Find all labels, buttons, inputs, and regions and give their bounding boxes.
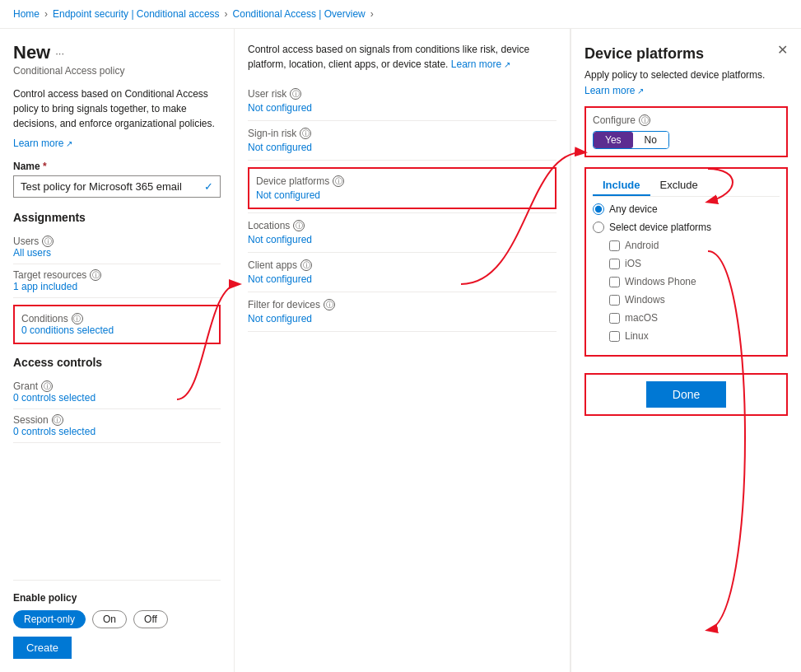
panel-title: Device platforms xyxy=(584,45,704,63)
android-option: Android xyxy=(609,240,780,251)
on-btn[interactable]: On xyxy=(92,610,127,628)
panel-learn-more-link[interactable]: Learn more xyxy=(584,85,644,96)
assignments-title: Assignments xyxy=(13,211,221,224)
done-section: Done xyxy=(584,373,788,416)
device-platforms-box: Device platforms ⓘ Not configured xyxy=(248,167,557,209)
access-controls-title: Access controls xyxy=(13,356,221,369)
windows-checkbox[interactable] xyxy=(609,295,620,306)
any-device-option: Any device xyxy=(593,203,780,215)
enable-policy-section: Enable policy Report-only On Off Create xyxy=(13,580,221,659)
filter-devices-value[interactable]: Not configured xyxy=(248,313,557,324)
name-input[interactable]: Test policy for Microsoft 365 email ✓ xyxy=(13,175,221,198)
left-learn-more-link[interactable]: Learn more xyxy=(13,138,221,149)
locations-info-icon[interactable]: ⓘ xyxy=(293,220,305,231)
windows-option: Windows xyxy=(609,294,780,306)
conditions-value[interactable]: 0 conditions selected xyxy=(21,324,212,336)
sign-in-risk-info-icon[interactable]: ⓘ xyxy=(300,128,311,139)
configure-label: Configure ⓘ xyxy=(593,114,780,126)
middle-description: Control access based on signals from con… xyxy=(248,42,557,72)
conditions-box: Conditions ⓘ 0 conditions selected xyxy=(13,305,221,344)
exclude-tab[interactable]: Exclude xyxy=(650,175,708,196)
locations-value[interactable]: Not configured xyxy=(248,234,557,245)
breadcrumb-home[interactable]: Home xyxy=(13,8,40,20)
select-platforms-radio[interactable] xyxy=(593,222,604,233)
ios-option: iOS xyxy=(609,258,780,269)
device-platforms-panel: Device platforms ✕ Apply policy to selec… xyxy=(570,29,801,672)
user-risk-value[interactable]: Not configured xyxy=(248,102,557,114)
off-btn[interactable]: Off xyxy=(133,610,168,628)
grant-info-icon[interactable]: ⓘ xyxy=(41,380,53,392)
middle-panel: Control access based on signals from con… xyxy=(235,29,570,672)
target-info-icon[interactable]: ⓘ xyxy=(90,269,101,281)
include-exclude-section: Include Exclude Any device Select device… xyxy=(584,167,788,357)
create-button[interactable]: Create xyxy=(13,637,72,659)
device-platforms-row: Device platforms ⓘ Not configured xyxy=(248,161,557,213)
target-resources-item: Target resources ⓘ 1 app included xyxy=(13,264,221,298)
sign-in-risk-row: Sign-in risk ⓘ Not configured xyxy=(248,121,557,161)
any-device-radio[interactable] xyxy=(593,203,604,215)
select-platforms-option: Select device platforms xyxy=(593,222,780,233)
users-info-icon[interactable]: ⓘ xyxy=(42,236,54,247)
macos-checkbox[interactable] xyxy=(609,313,620,324)
filter-devices-info-icon[interactable]: ⓘ xyxy=(324,299,335,310)
left-description: Control access based on Conditional Acce… xyxy=(13,86,221,131)
page-title: New ··· xyxy=(13,42,221,63)
android-checkbox[interactable] xyxy=(609,240,620,251)
assignments-section: Assignments Users ⓘ All users Target res… xyxy=(13,211,221,344)
macos-option: macOS xyxy=(609,312,780,324)
windows-phone-option: Windows Phone xyxy=(609,276,780,287)
client-apps-value[interactable]: Not configured xyxy=(248,273,557,285)
access-controls-section: Access controls Grant ⓘ 0 controls selec… xyxy=(13,356,221,443)
page-subtitle: Conditional Access policy xyxy=(13,65,221,77)
device-platforms-info-icon[interactable]: ⓘ xyxy=(333,175,344,187)
users-value[interactable]: All users xyxy=(13,247,221,259)
left-panel: New ··· Conditional Access policy Contro… xyxy=(0,29,235,672)
panel-close-button[interactable]: ✕ xyxy=(777,42,788,58)
client-apps-info-icon[interactable]: ⓘ xyxy=(300,259,312,271)
session-value[interactable]: 0 controls selected xyxy=(13,426,221,437)
session-item: Session ⓘ 0 controls selected xyxy=(13,409,221,443)
enable-policy-label: Enable policy xyxy=(13,592,221,604)
tab-row: Include Exclude xyxy=(593,175,780,197)
done-button[interactable]: Done xyxy=(646,381,726,408)
filter-devices-row: Filter for devices ⓘ Not configured xyxy=(248,292,557,332)
toggle-no-button[interactable]: No xyxy=(633,132,668,148)
name-label: Name xyxy=(13,161,221,172)
middle-learn-more-link[interactable]: Learn more xyxy=(451,58,510,70)
locations-row: Locations ⓘ Not configured xyxy=(248,213,557,253)
breadcrumb: Home › Endpoint security | Conditional a… xyxy=(0,0,801,29)
client-apps-row: Client apps ⓘ Not configured xyxy=(248,253,557,292)
include-tab[interactable]: Include xyxy=(593,175,650,196)
linux-checkbox[interactable] xyxy=(609,331,620,342)
toggle-yes-button[interactable]: Yes xyxy=(594,132,633,148)
linux-option: Linux xyxy=(609,330,780,342)
users-item: Users ⓘ All users xyxy=(13,231,221,264)
breadcrumb-conditional[interactable]: Conditional Access | Overview xyxy=(233,8,366,20)
user-risk-info-icon[interactable]: ⓘ xyxy=(290,88,301,100)
device-platforms-value[interactable]: Not configured xyxy=(256,189,548,201)
user-risk-row: User risk ⓘ Not configured xyxy=(248,82,557,121)
configure-toggle: Yes No xyxy=(593,131,669,149)
configure-section: Configure ⓘ Yes No xyxy=(584,106,788,157)
policy-radio-group: Report-only On Off xyxy=(13,610,221,628)
report-only-btn[interactable]: Report-only xyxy=(13,610,86,628)
conditions-info-icon[interactable]: ⓘ xyxy=(72,313,83,324)
grant-value[interactable]: 0 controls selected xyxy=(13,392,221,404)
target-value[interactable]: 1 app included xyxy=(13,281,221,292)
grant-item: Grant ⓘ 0 controls selected xyxy=(13,376,221,409)
sign-in-risk-value[interactable]: Not configured xyxy=(248,142,557,153)
configure-info-icon[interactable]: ⓘ xyxy=(639,114,650,126)
ios-checkbox[interactable] xyxy=(609,259,620,269)
breadcrumb-endpoint[interactable]: Endpoint security | Conditional access xyxy=(53,8,220,20)
session-info-icon[interactable]: ⓘ xyxy=(52,414,63,426)
windows-phone-checkbox[interactable] xyxy=(609,277,620,287)
platform-options: Android iOS Windows Phone Windows macOS xyxy=(609,240,780,342)
panel-description: Apply policy to selected device platform… xyxy=(584,69,788,81)
